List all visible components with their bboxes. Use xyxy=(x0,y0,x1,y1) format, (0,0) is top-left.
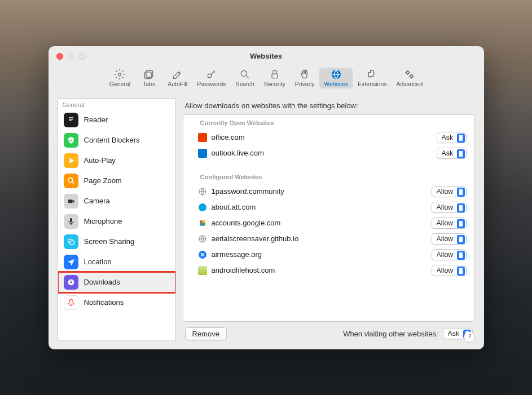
section-header-open: Currently Open Websites xyxy=(183,115,474,130)
camera-icon xyxy=(64,194,78,208)
permission-select[interactable]: Allow xyxy=(432,233,467,245)
favicon-icon xyxy=(198,266,207,275)
website-domain: aerialscreensaver.github.io xyxy=(212,234,432,243)
play-icon xyxy=(64,153,78,168)
svg-point-0 xyxy=(118,73,121,76)
sidebar-item-page-zoom[interactable]: Page Zoom xyxy=(58,171,175,191)
tab-extensions[interactable]: Extensions xyxy=(353,68,391,88)
puzzle-icon xyxy=(367,69,378,80)
tab-search[interactable]: Search xyxy=(231,68,259,88)
sidebar-item-content-blockers[interactable]: Content Blockers xyxy=(58,130,175,150)
tab-general[interactable]: General xyxy=(105,68,135,88)
permission-select[interactable]: Allow xyxy=(432,218,467,229)
tabs-icon xyxy=(143,69,155,80)
section-header-configured: Configured Websites xyxy=(183,169,474,184)
permission-select[interactable]: Ask xyxy=(437,132,467,143)
hand-icon xyxy=(299,69,310,80)
tab-autofill[interactable]: AutoFill xyxy=(163,68,192,88)
zoom-icon xyxy=(64,174,78,188)
preferences-window: Websites General Tabs AutoFill Passwords… xyxy=(49,46,484,349)
favicon-icon xyxy=(198,234,207,243)
sidebar-item-reader[interactable]: Reader xyxy=(58,110,175,130)
tab-security[interactable]: Security xyxy=(260,68,290,88)
website-domain: airmessage.org xyxy=(212,250,432,259)
sidebar-item-label: Screen Sharing xyxy=(84,237,135,246)
download-icon xyxy=(64,275,78,290)
permission-select[interactable]: Allow xyxy=(432,186,467,197)
screens-icon xyxy=(64,234,78,249)
sidebar-item-downloads[interactable]: Downloads xyxy=(58,272,175,292)
website-row[interactable]: androidfilehost.com Allow xyxy=(183,263,474,278)
search-icon xyxy=(239,69,250,80)
tab-websites[interactable]: Websites xyxy=(319,68,353,88)
website-row[interactable]: accounts.google.com Allow xyxy=(183,215,474,231)
pen-icon xyxy=(172,69,183,80)
tab-passwords[interactable]: Passwords xyxy=(192,68,230,88)
website-row[interactable]: office.com Ask xyxy=(183,130,474,145)
website-row[interactable]: aerialscreensaver.github.io Allow xyxy=(183,231,474,247)
settings-sidebar: General Reader Content Blockers Auto-Pla… xyxy=(58,98,176,340)
remove-button[interactable]: Remove xyxy=(185,327,227,340)
website-row[interactable]: about.att.com Allow xyxy=(183,199,474,215)
lock-icon xyxy=(269,69,280,80)
reader-icon xyxy=(64,113,78,127)
website-row[interactable]: airmessage.org Allow xyxy=(183,247,474,263)
microphone-icon xyxy=(64,214,78,229)
sidebar-item-label: Microphone xyxy=(84,217,122,225)
sidebar-item-label: Content Blockers xyxy=(84,136,140,144)
main-heading: Allow downloads on websites with the set… xyxy=(183,98,475,114)
website-row[interactable]: 1password.community Allow xyxy=(183,184,474,199)
gear-icon xyxy=(114,69,125,80)
sidebar-item-label: Camera xyxy=(84,197,110,205)
sidebar-item-location[interactable]: Location xyxy=(58,252,175,272)
tab-privacy[interactable]: Privacy xyxy=(291,68,319,88)
svg-rect-10 xyxy=(68,199,72,203)
sidebar-item-label: Auto-Play xyxy=(84,156,116,165)
svg-rect-1 xyxy=(146,70,153,77)
preferences-toolbar: General Tabs AutoFill Passwords Search S… xyxy=(49,62,484,95)
svg-point-20 xyxy=(202,223,205,226)
window-title: Websites xyxy=(49,52,484,60)
svg-rect-13 xyxy=(70,241,74,244)
favicon-icon xyxy=(198,187,207,196)
sidebar-section-header: General xyxy=(58,99,175,110)
website-domain: 1password.community xyxy=(212,187,432,196)
sidebar-item-screen-sharing[interactable]: Screen Sharing xyxy=(58,232,175,252)
sidebar-item-notifications[interactable]: Notifications xyxy=(58,292,175,313)
svg-point-3 xyxy=(208,74,212,78)
website-domain: accounts.google.com xyxy=(212,219,432,227)
website-domain: office.com xyxy=(212,133,437,141)
website-row[interactable]: outlook.live.com Ask xyxy=(183,145,474,161)
favicon-icon xyxy=(198,219,207,228)
sidebar-item-label: Page Zoom xyxy=(84,176,122,185)
permission-select[interactable]: Allow xyxy=(432,202,467,213)
sidebar-item-label: Downloads xyxy=(84,278,120,286)
footer-row: Remove When visiting other websites: Ask xyxy=(183,322,475,340)
svg-point-9 xyxy=(68,177,72,182)
permission-select[interactable]: Allow xyxy=(432,265,467,276)
svg-point-8 xyxy=(410,75,413,78)
bell-icon xyxy=(64,295,78,310)
location-icon xyxy=(64,255,78,269)
sidebar-item-label: Reader xyxy=(84,116,108,124)
tab-advanced[interactable]: Advanced xyxy=(392,68,428,88)
permission-select[interactable]: Allow xyxy=(432,249,467,260)
favicon-icon xyxy=(198,133,207,142)
permission-select[interactable]: Ask xyxy=(437,148,467,159)
visiting-other-label: When visiting other websites: xyxy=(343,330,438,338)
svg-point-7 xyxy=(406,71,409,74)
website-domain: outlook.live.com xyxy=(212,149,437,157)
tab-tabs[interactable]: Tabs xyxy=(135,68,162,88)
sidebar-item-microphone[interactable]: Microphone xyxy=(58,211,175,232)
svg-rect-11 xyxy=(70,218,72,222)
key-icon xyxy=(206,69,217,80)
favicon-icon xyxy=(198,250,207,259)
svg-point-16 xyxy=(199,203,206,211)
sidebar-item-camera[interactable]: Camera xyxy=(58,191,175,211)
svg-rect-5 xyxy=(272,74,278,78)
sidebar-item-auto-play[interactable]: Auto-Play xyxy=(58,150,175,171)
website-domain: androidfilehost.com xyxy=(212,266,432,274)
content-area: General Reader Content Blockers Auto-Pla… xyxy=(58,98,475,340)
svg-rect-2 xyxy=(145,72,152,79)
main-panel: Allow downloads on websites with the set… xyxy=(183,98,475,340)
